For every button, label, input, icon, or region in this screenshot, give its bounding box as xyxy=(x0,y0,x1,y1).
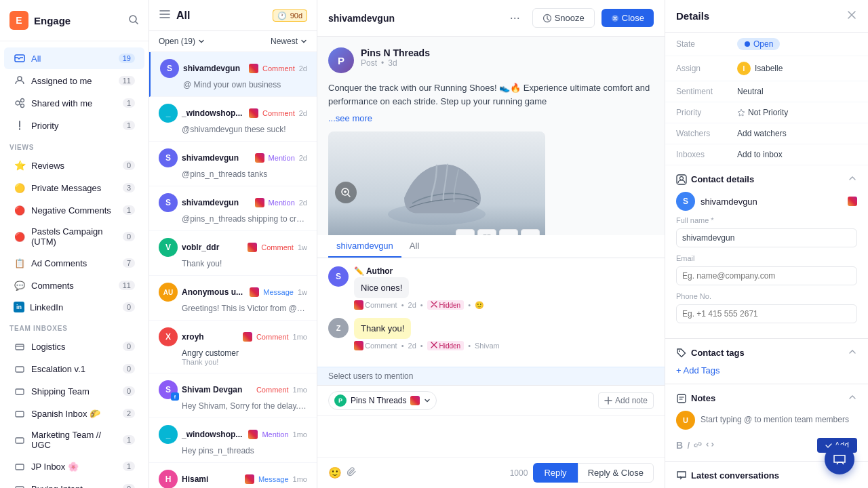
notes-code-button[interactable] xyxy=(706,440,714,451)
svg-point-2 xyxy=(18,77,22,81)
conv-item[interactable]: AU Anonymous u... Message 1w Greetings! … xyxy=(149,276,317,321)
zoom-icon[interactable] xyxy=(335,182,357,203)
sidebar-assigned-count: 11 xyxy=(119,76,135,85)
conv-item[interactable]: S shivamdevgun Mention 2d @pins_n_thread… xyxy=(149,186,317,231)
tab-all[interactable]: All xyxy=(401,235,427,258)
avatar: X xyxy=(159,327,178,346)
sidebar-buying-label: Buying Intent xyxy=(31,484,117,489)
add-tags-button[interactable]: + Add Tags xyxy=(676,365,719,375)
sidebar-item-linkedin[interactable]: in LinkedIn 0 xyxy=(4,297,144,317)
sidebar-item-reviews[interactable]: ⭐ Reviews 0 xyxy=(4,155,144,176)
conv-item[interactable]: S shivamdevgun Comment 2d @ Mind your ow… xyxy=(149,52,317,97)
see-more-link[interactable]: ...see more xyxy=(328,113,654,123)
messages-area: S ✏️ Author Nice ones! Comment • 2d • xyxy=(317,258,665,367)
detail-inboxes: Inboxes Add to inbox xyxy=(665,144,868,165)
sidebar-item-jp[interactable]: JP Inbox 🌸 1 xyxy=(4,455,144,477)
reply-input[interactable] xyxy=(317,416,665,457)
inboxes-add-button[interactable]: Add to inbox xyxy=(737,150,783,159)
days-badge: 🕐 90d xyxy=(273,10,307,20)
facebook-icon: f xyxy=(171,392,179,401)
contact-platform-icon xyxy=(848,197,857,206)
sidebar-item-buying[interactable]: Buying Intent 0 xyxy=(4,478,144,488)
full-name-input[interactable] xyxy=(676,228,857,247)
reply-toolbar: P Pins N Threads Add note xyxy=(317,386,665,416)
sidebar-item-private-messages[interactable]: 🟡 Private Messages 3 xyxy=(4,177,144,199)
snooze-button[interactable]: Snooze xyxy=(532,8,595,28)
svg-rect-7 xyxy=(16,367,24,372)
more-icon[interactable]: ··· xyxy=(456,229,475,235)
watchers-add-button[interactable]: Add watchers xyxy=(737,129,787,138)
reply-account-selector[interactable]: P Pins N Threads xyxy=(328,391,437,410)
sidebar-item-logistics[interactable]: Logistics 0 xyxy=(4,336,144,357)
collapse-contact-button[interactable] xyxy=(848,174,857,185)
inboxes-label: Inboxes xyxy=(676,150,737,159)
sidebar-item-negative-comments[interactable]: 🔴 Negative Comments 1 xyxy=(4,199,144,221)
sidebar-item-shared[interactable]: Shared with me 1 xyxy=(4,92,144,114)
sidebar-item-comments[interactable]: 💬 Comments 11 xyxy=(4,274,144,296)
star-icon: ⭐ xyxy=(14,159,26,171)
state-label: State xyxy=(676,39,737,49)
conv-item[interactable]: _ _windowshop... Mention 1mo Hey pins_n_… xyxy=(149,418,317,463)
full-name-group: Full name * xyxy=(676,216,857,247)
emoji-button[interactable]: 🙂 xyxy=(328,466,342,479)
reply-send-button[interactable]: Reply xyxy=(533,463,577,483)
sidebar-item-marketing[interactable]: Marketing Team // UGC 1 xyxy=(4,425,144,455)
ig-small-icon xyxy=(354,341,363,350)
sidebar-item-escalation[interactable]: Escalation v.1 0 xyxy=(4,358,144,380)
logistics-icon xyxy=(14,340,26,352)
svg-marker-19 xyxy=(738,109,745,116)
add-note-button[interactable]: Add note xyxy=(598,392,654,409)
sidebar-linkedin-count: 0 xyxy=(123,302,135,312)
sidebar-item-assigned[interactable]: Assigned to me 11 xyxy=(4,70,144,92)
contact-tags-title: Contact tags xyxy=(691,348,745,358)
conv-item[interactable]: _ _windowshop... Comment 2d @shivamdevgu… xyxy=(149,97,317,142)
sidebar-item-spanish[interactable]: Spanish Inbox 🌮 2 xyxy=(4,403,144,424)
more-options-button[interactable]: ··· xyxy=(505,8,526,28)
emoji-reaction-button[interactable]: 🙂 xyxy=(475,301,484,310)
conv-item[interactable]: H Hisami Message 1mo もう10%OFFキャンペーンは終わって… xyxy=(149,463,317,488)
reply-btn-group: Reply Reply & Close xyxy=(533,463,654,483)
notes-italic-button[interactable]: I xyxy=(687,440,690,451)
notes-bold-button[interactable]: B xyxy=(676,440,683,451)
conv-item[interactable]: S f Shivam Devgan Comment 1mo Hey Shivam… xyxy=(149,373,317,418)
conv-item[interactable]: S shivamdevgun Mention 2d @pins_n_thread… xyxy=(149,142,317,186)
collapse-notes-button[interactable] xyxy=(848,392,857,404)
attach-button[interactable] xyxy=(347,467,357,479)
sidebar-item-priority[interactable]: Priority 1 xyxy=(4,115,144,136)
close-button[interactable]: Close xyxy=(601,9,654,27)
close-details-button[interactable] xyxy=(846,9,857,22)
notes-link-button[interactable] xyxy=(694,440,702,451)
collapse-tags-button[interactable] xyxy=(848,347,857,359)
conv-item[interactable]: V voblr_ddr Comment 1w Thank you! xyxy=(149,231,317,276)
sidebar-item-ad-comments[interactable]: 📋 Ad Comments 7 xyxy=(4,252,144,274)
account-avatar: P xyxy=(334,394,347,407)
assignee[interactable]: I Isabelle xyxy=(737,62,783,75)
tab-user[interactable]: shivamdevgun xyxy=(328,235,401,258)
post-image xyxy=(328,131,545,235)
conv-item[interactable]: X xroyh Comment 1mo Angry customer Thank… xyxy=(149,321,317,373)
search-icon[interactable] xyxy=(128,14,139,27)
avatar: AU xyxy=(159,283,178,302)
svg-rect-8 xyxy=(16,389,24,394)
link-icon[interactable] xyxy=(499,229,518,235)
chat-bubble-button[interactable] xyxy=(825,445,854,474)
sidebar-pastels-label: Pastels Campaign (UTM) xyxy=(31,226,117,247)
sidebar-item-pastels[interactable]: 🔴 Pastels Campaign (UTM) 0 xyxy=(4,222,144,251)
sort-dropdown[interactable]: Newest xyxy=(271,37,307,46)
svg-point-3 xyxy=(16,101,20,105)
phone-input[interactable] xyxy=(676,304,857,323)
expand-icon[interactable] xyxy=(477,229,496,235)
filter-dropdown[interactable]: Open (19) xyxy=(159,37,205,46)
sidebar-item-shipping[interactable]: Shipping Team 0 xyxy=(4,380,144,402)
hamburger-icon[interactable] xyxy=(159,8,171,22)
char-count: 1000 xyxy=(448,468,528,478)
contact-person: S shivamdevgun xyxy=(676,192,857,211)
sidebar-escalation-label: Escalation v.1 xyxy=(31,364,117,374)
email-input[interactable] xyxy=(676,266,857,285)
copy-icon[interactable] xyxy=(521,229,540,235)
sidebar-item-all[interactable]: All 19 xyxy=(4,47,144,69)
reply-close-button[interactable]: Reply & Close xyxy=(578,463,654,483)
post-account-name: Pins N Threads xyxy=(361,47,654,58)
svg-point-5 xyxy=(21,104,24,108)
state-badge[interactable]: Open xyxy=(737,38,780,50)
